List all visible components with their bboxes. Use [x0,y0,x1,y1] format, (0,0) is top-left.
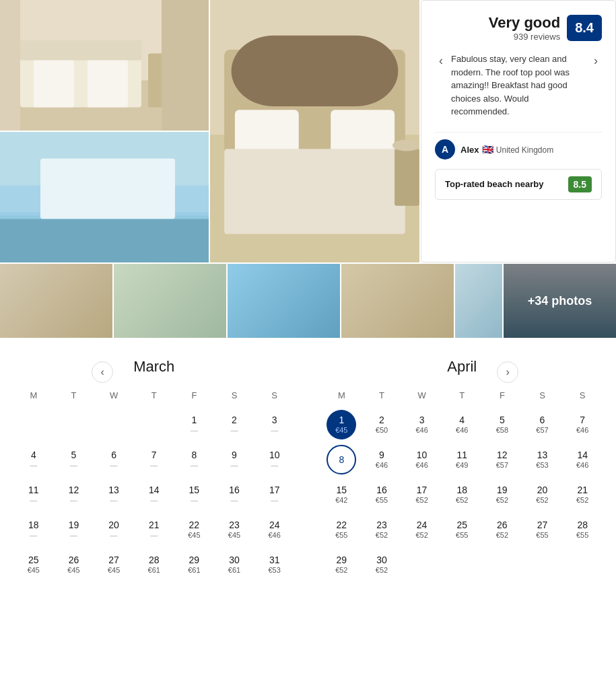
calendar-cell[interactable]: 21— [134,512,174,547]
thumb-3[interactable] [228,264,340,338]
gallery-photo-1[interactable] [0,0,209,131]
calendar-day[interactable]: 18€52 [447,480,477,509]
thumb-1[interactable] [0,264,112,338]
calendar-day[interactable]: 25€55 [447,515,477,544]
calendar-day[interactable]: 4€46 [447,410,477,439]
calendar-day[interactable]: 7€46 [568,410,597,439]
calendar-cell[interactable]: 8— [174,442,215,477]
calendar-day[interactable]: 14— [139,480,169,509]
calendar-day[interactable]: 24€52 [407,515,437,544]
thumb-more[interactable]: +34 photos [504,264,616,338]
calendar-cell[interactable]: 19€52 [482,477,522,512]
calendar-cell[interactable]: 7€46 [562,407,603,442]
calendar-cell[interactable]: 13€53 [522,442,563,477]
calendar-cell[interactable]: 20— [94,512,134,547]
calendar-day[interactable]: 7— [139,445,169,474]
calendar-day[interactable]: 22€45 [179,515,209,544]
calendar-day[interactable]: 23€52 [367,515,397,544]
calendar-cell[interactable]: 6€57 [522,407,563,442]
calendar-cell[interactable]: 24€46 [254,512,295,547]
thumb-4[interactable] [341,264,454,338]
calendar-cell[interactable]: 31€53 [254,547,295,582]
calendar-day[interactable]: 14€46 [568,445,597,474]
calendar-day[interactable]: 11€49 [447,445,477,474]
calendar-cell[interactable]: 9€46 [362,442,402,477]
calendar-cell[interactable]: 13— [94,477,134,512]
calendar-cell[interactable]: 23€45 [214,512,254,547]
calendar-cell[interactable]: 14€46 [562,442,603,477]
calendar-day[interactable]: 1€45 [327,410,356,439]
calendar-day[interactable]: 28€55 [568,515,597,544]
calendar-cell[interactable]: 4€46 [442,407,482,442]
calendar-day[interactable]: 17— [260,480,289,509]
calendar-cell[interactable]: 12€57 [482,442,522,477]
calendar-day[interactable]: 16€55 [367,480,397,509]
calendar-day[interactable]: 15€42 [327,480,356,509]
april-next-button[interactable]: › [497,361,518,383]
calendar-cell[interactable]: 9— [214,442,254,477]
gallery-photo-main[interactable] [210,0,419,262]
calendar-day[interactable]: 6€57 [528,410,557,439]
calendar-day[interactable]: 29€61 [179,550,209,579]
calendar-day[interactable]: 26€45 [59,550,88,579]
calendar-cell[interactable]: 16— [214,477,254,512]
calendar-day[interactable]: 15— [179,480,209,509]
calendar-cell[interactable]: 30€61 [214,547,254,582]
calendar-day[interactable]: 20€52 [528,480,557,509]
calendar-cell[interactable]: 10€46 [402,442,442,477]
calendar-day[interactable]: 13— [99,480,129,509]
calendar-day[interactable]: 1— [179,410,209,439]
thumb-5[interactable] [455,264,502,338]
calendar-cell[interactable]: 15— [174,477,215,512]
calendar-cell[interactable]: 27€45 [94,547,134,582]
calendar-day[interactable]: 10€46 [407,445,437,474]
calendar-cell[interactable]: 19— [54,512,94,547]
calendar-cell[interactable]: 8 [322,442,362,477]
calendar-cell[interactable]: 29€61 [174,547,215,582]
calendar-cell[interactable]: 7— [134,442,174,477]
calendar-day[interactable]: 2€50 [367,410,397,439]
calendar-day[interactable]: 5€58 [487,410,517,439]
calendar-cell[interactable]: 2— [214,407,254,442]
more-photos-label[interactable]: +34 photos [504,264,616,338]
calendar-day[interactable]: 2— [219,410,249,439]
calendar-day[interactable]: 23€45 [219,515,249,544]
calendar-cell[interactable]: 15€42 [322,477,362,512]
calendar-day[interactable]: 9€46 [367,445,397,474]
calendar-day[interactable]: 8— [179,445,209,474]
calendar-day[interactable]: 18— [19,515,48,544]
calendar-cell[interactable]: 10— [254,442,295,477]
calendar-cell[interactable]: 16€55 [362,477,402,512]
review-prev-button[interactable]: ‹ [435,52,447,69]
calendar-cell[interactable]: 17— [254,477,295,512]
gallery-photo-2[interactable] [0,132,209,262]
calendar-cell[interactable]: 25€45 [13,547,54,582]
calendar-day[interactable]: 17€52 [407,480,437,509]
calendar-cell[interactable]: 4— [13,442,54,477]
calendar-day[interactable]: 6— [99,445,129,474]
calendar-day[interactable]: 12€57 [487,445,517,474]
calendar-cell[interactable]: 21€52 [562,477,603,512]
calendar-day[interactable]: 30€61 [219,550,249,579]
calendar-day[interactable]: 30€52 [367,550,397,579]
calendar-day[interactable]: 16— [219,480,249,509]
calendar-day[interactable]: 3€46 [407,410,437,439]
calendar-cell[interactable]: 5€58 [482,407,522,442]
calendar-day[interactable]: 13€53 [528,445,557,474]
calendar-day[interactable]: 10— [260,445,289,474]
calendar-day[interactable]: 28€61 [139,550,169,579]
calendar-cell[interactable]: 29€52 [322,547,362,582]
calendar-cell[interactable]: 12— [54,477,94,512]
calendar-day[interactable]: 29€52 [327,550,356,579]
calendar-cell[interactable]: 11— [13,477,54,512]
calendar-day[interactable]: 21— [139,515,169,544]
calendar-cell[interactable]: 5— [54,442,94,477]
calendar-cell[interactable]: 24€52 [402,512,442,547]
calendar-day[interactable]: 27€45 [99,550,129,579]
calendar-day[interactable]: 20— [99,515,129,544]
calendar-cell[interactable]: 3— [254,407,295,442]
calendar-day[interactable]: 22€55 [327,515,356,544]
calendar-day[interactable]: 25€45 [19,550,48,579]
calendar-cell[interactable]: 28€55 [562,512,603,547]
march-prev-button[interactable]: ‹ [92,361,113,383]
